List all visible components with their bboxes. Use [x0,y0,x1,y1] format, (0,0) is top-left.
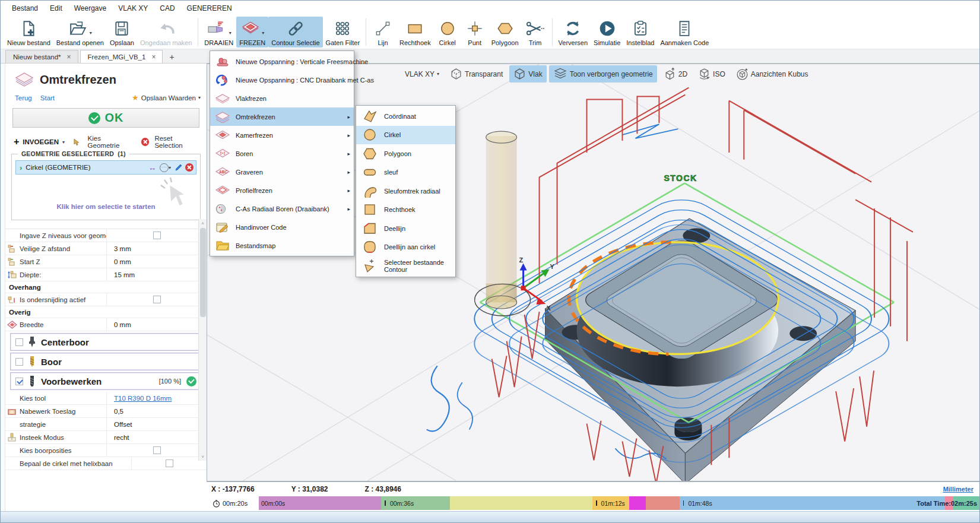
lijn-button[interactable]: Lijn [369,17,397,47]
submenu-item-cirkel[interactable]: Cirkel [356,126,455,145]
opslaan-waarden-button[interactable]: Opslaan Waarden [141,94,196,102]
gaten-filter-button[interactable]: Gaten Filter [323,17,363,47]
submenu-item-coordinaat[interactable]: Coördinaat [356,107,455,126]
aanzichten-kubus-button[interactable]: Aanzichten Kubus [732,65,813,83]
menu-weergave[interactable]: Weergave [69,2,112,15]
contour-selectie-button[interactable]: Contour Selectie [268,17,322,47]
menu-bestand[interactable]: Bestand [7,2,43,15]
panel-scrollbar[interactable]: ˄ ˅ [198,219,207,461]
diepte-value[interactable]: 15 mm [106,268,207,281]
simulatie-button[interactable]: Simulatie [591,17,623,47]
menu-item-kamerfrezen[interactable]: Kamerfrezen ▸ [210,126,354,144]
save-button[interactable]: Opslaan [107,17,137,47]
aanmaken-code-button[interactable]: Aanmaken Code [657,17,712,47]
menu-item-opspanning-cnc[interactable]: Nieuwe Opspanning : CNC Draaibank met C-… [210,71,354,89]
tab-close-icon[interactable]: × [66,53,72,61]
opslaan-waarden-caret[interactable]: ▾ [198,95,201,100]
menu-item-vlakfrezen[interactable]: Vlakfrezen [210,89,354,107]
start-link[interactable]: Start [40,94,55,102]
timeline-track[interactable]: 00m:00s00m:36s01m:12s01m:48s [259,496,979,510]
frezen-button[interactable]: ▾ FREZEN [236,17,268,47]
frezen-caret[interactable]: ▾ [262,30,264,39]
scroll-up-icon[interactable]: ˄ [199,219,207,227]
menu-item-omtrekfrezen[interactable]: Omtrekfrezen ▸ [210,107,354,126]
open-file-button[interactable]: ▾ Bestand openen [53,17,107,47]
punt-button[interactable]: Punt [461,17,489,47]
new-file-button[interactable]: Nieuw bestand [4,17,53,47]
scrollbar-thumb[interactable] [200,228,206,317]
submenu-item-selecteer-bestaande-contour[interactable]: Selecteer bestaande Contour [356,256,455,275]
timeline-segment-0[interactable]: 00m:00s [259,496,381,510]
reset-selection-button[interactable]: Reset Selection [154,135,201,149]
view-2d-button[interactable]: 2D [659,65,692,83]
options-caret[interactable]: ▾ [169,165,171,170]
submenu-item-deellijn[interactable]: Deellijn [356,219,455,238]
breedte-value[interactable]: 0 mm [106,318,207,331]
draaien-button[interactable]: ▾ DRAAIEN [201,17,236,47]
vlak-button[interactable]: Vlak [509,65,546,83]
submenu-item-sleuf[interactable]: sleuf [356,163,455,182]
menu-item-handinvoer-code[interactable]: Handinvoer Code [210,218,354,236]
timeline-segment-3[interactable]: 01m:12s [592,496,629,510]
boor-checkbox[interactable] [15,358,23,366]
centerboor-checkbox[interactable] [15,338,23,346]
new-tab-button[interactable]: + [164,52,179,63]
start-z-value[interactable]: 0 mm [106,255,207,268]
menu-item-cas-radiaal-boren[interactable]: C-As Radiaal Boren (Draaibank) ▸ [210,199,354,218]
ondersnijding-checkbox[interactable] [153,296,161,303]
timeline-segment-1[interactable]: 00m:36s [381,496,449,510]
unit-link[interactable]: Millimeter [943,486,973,493]
undo-button[interactable]: Ongedaan maken [137,17,195,47]
remove-geometry-button[interactable] [185,163,194,172]
menu-item-opspanning-verticaal[interactable]: Nieuwe Opspanning : Verticale Freesmachi… [210,52,354,71]
ok-button[interactable]: OK [12,108,199,128]
menu-edit[interactable]: Edit [45,2,68,15]
toon-verborgen-geometrie-button[interactable]: Toon verborgen geometrie [549,65,657,83]
terug-link[interactable]: Terug [15,94,32,102]
menu-genereren[interactable]: GENEREREN [182,2,237,15]
helixbaan-checkbox[interactable] [166,459,173,467]
ingave-z-checkbox[interactable] [153,232,161,239]
tab-frezen-mgi-vb-1[interactable]: Frezen_MGi_VB_1 × [80,50,163,63]
scroll-down-icon[interactable]: ˅ [199,452,207,461]
edit-geometry-button[interactable] [175,163,183,172]
operation-voorbewerken[interactable]: Voorbewerken [100 %] [10,372,202,390]
selected-geometry-row[interactable]: › Cirkel (GEOMETRIE) ↔ ···▾ [15,160,196,175]
move-geometry-icon[interactable]: ↔ [148,163,156,172]
menu-cad[interactable]: CAD [154,2,180,15]
kies-geometrie-button[interactable]: Kies Geometrie [88,135,133,149]
instelblad-button[interactable]: Instelblad [623,17,657,47]
nabewerk-value[interactable]: 0,5 [106,405,207,417]
menu-item-boren[interactable]: Boren ▸ [210,144,354,163]
menu-vlak-xy[interactable]: VLAK XY [113,2,153,15]
operation-boor[interactable]: Boor [10,353,202,370]
timeline-segment-5[interactable] [646,496,680,510]
invoegen-caret[interactable]: ▾ [62,140,65,145]
strategie-value[interactable]: Offset [106,418,207,430]
cirkel-button[interactable]: Cirkel [434,17,461,47]
verversen-button[interactable]: Verversen [556,17,591,47]
submenu-item-rechthoek[interactable]: Rechthoek [356,201,455,220]
draaien-caret[interactable]: ▾ [229,30,231,39]
insteek-value[interactable]: recht [106,431,207,443]
voorbewerken-checkbox[interactable] [15,378,23,385]
trim-button[interactable]: Trim [522,17,549,47]
operation-centerboor[interactable]: Centerboor [10,333,202,351]
plane-selector[interactable]: VLAK XY ▾ [401,68,443,81]
veilige-z-value[interactable]: 3 mm [106,242,207,255]
submenu-item-deellijn-aan-cirkel[interactable]: Deellijn aan cirkel [356,238,455,257]
view-iso-button[interactable]: ISO [694,65,730,83]
timeline-segment-4[interactable] [629,496,646,510]
options-icon[interactable]: ··· [160,163,169,172]
transparant-button[interactable]: Transparant [446,65,507,83]
invoegen-button[interactable]: INVOEGEN [23,138,59,145]
selection-area[interactable]: Klik hier om selectie te starten [15,175,196,211]
submenu-item-sleufomtrek-radiaal[interactable]: Sleufomtrek radiaal [356,182,455,201]
menu-item-graveren[interactable]: ABC Graveren ▸ [210,163,354,181]
tab-nieuw-bestand[interactable]: Nieuw bestand* × [5,50,78,63]
timeline-segment-6[interactable]: 01m:48s [680,496,945,510]
menu-item-profielfrezen[interactable]: Profielfrezen ▸ [210,181,354,199]
open-file-caret[interactable]: ▾ [90,30,92,39]
timeline-segment-2[interactable] [450,496,592,510]
boorposities-checkbox[interactable] [153,446,161,454]
